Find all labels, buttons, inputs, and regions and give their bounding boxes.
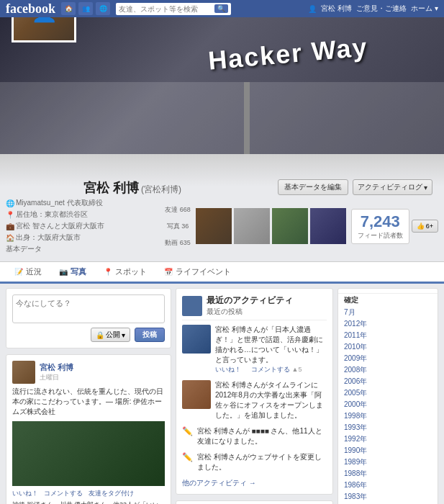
activity-box: 最近のアクティビティ 最近の投稿 宮松 利博さんが「日本人濃過ぎ！」と世界で話題… — [176, 288, 333, 495]
activity-pen-icon: ✏️ — [182, 426, 193, 436]
location-icon: 📍 — [6, 211, 14, 219]
activity-thumb-1[interactable] — [182, 325, 211, 354]
cover-overlay — [0, 82, 444, 154]
photos-icon: 📷 — [59, 268, 68, 276]
life-events-icon: 📅 — [164, 268, 173, 276]
activity-item-4: ✏️ 宮松 利博さんがウェブサイトを変更しました。 — [182, 452, 327, 472]
tab-recent[interactable]: 📝 近況 — [6, 262, 50, 284]
meta-location-text: 居住地：東京都渋谷区 — [16, 210, 88, 220]
user-avatar-small[interactable]: 👤 — [308, 5, 317, 13]
friend-post-avatar[interactable] — [12, 361, 35, 384]
meta-website-text: Miyamatsu_net 代表取締役 — [16, 198, 103, 208]
like-button[interactable]: 👍 6+ — [412, 220, 438, 233]
activity-header: 最近のアクティビティ 最近の投稿 — [182, 294, 327, 320]
feedback-link[interactable]: ご意見・ご連絡 — [356, 4, 407, 14]
basic-data-label: 基本データ — [6, 244, 42, 254]
comment-reaction-link[interactable]: コメントする — [44, 489, 83, 498]
meta-location[interactable]: 📍 居住地：東京都渋谷区 — [6, 210, 165, 220]
like-reaction-link[interactable]: いいね！ — [12, 489, 38, 498]
profile-info-row: 宮松 利博 (宮松利博) 基本データを編集 アクティビティログ ▾ — [0, 179, 444, 197]
activity-log-label: アクティビティログ — [358, 182, 422, 192]
photos-stat[interactable]: 写真 36 — [167, 222, 189, 231]
post-input[interactable] — [12, 294, 165, 323]
year-1986[interactable]: 1986年 — [338, 480, 438, 491]
nav-right-section: 👤 宮松 利博 ご意見・ご連絡 ホーム ▾ — [308, 4, 438, 14]
thumb-1[interactable] — [196, 208, 232, 244]
activity-thumb-2[interactable] — [182, 380, 211, 409]
friend-post-name[interactable]: 宮松 利博 — [40, 362, 73, 373]
profile-avatar-wrapper[interactable]: 👤 — [12, 17, 76, 42]
friends-stat[interactable]: 友達 668 — [165, 205, 191, 215]
dropdown-arrow: ▾ — [122, 331, 125, 339]
post-public-button[interactable]: 🔒 公開 ▾ — [91, 328, 130, 342]
year-1988[interactable]: 1988年 — [338, 468, 438, 480]
tag-reaction-link[interactable]: 友達をタグ付け — [89, 489, 134, 498]
cover-photo-area: Hacker Way 👤 — [0, 17, 444, 154]
year-2008[interactable]: 2008年 — [338, 364, 438, 376]
year-2009[interactable]: 2009年 — [338, 353, 438, 364]
meta-work-text: 宮松 智さんと大阪府大阪市 — [16, 221, 104, 231]
year-1993[interactable]: 1993年 — [338, 422, 438, 433]
username-nav[interactable]: 宮松 利博 — [321, 4, 352, 14]
meta-hometown-text: 出身：大阪府大阪市 — [16, 233, 81, 243]
year-2005[interactable]: 2005年 — [338, 387, 438, 399]
year-2006[interactable]: 2006年 — [338, 376, 438, 387]
more-activity: 他のアクティビティ → — [182, 478, 327, 488]
tab-recent-label: 近況 — [26, 266, 42, 277]
activity-pen-icon-2: ✏️ — [182, 452, 193, 462]
activity-titles: 最近のアクティビティ 最近の投稿 — [207, 294, 293, 317]
friends-box: 友達 すべて見る 友達68人 友達1 友達2 友達3 — [176, 500, 333, 504]
year-1992[interactable]: 1992年 — [338, 433, 438, 445]
activity-subtitle: 最近の投稿 — [207, 307, 293, 317]
year-1998[interactable]: 1998年 — [338, 410, 438, 422]
work-icon: 💼 — [6, 222, 14, 230]
meta-hometown[interactable]: 🏠 出身：大阪府大阪市 — [6, 233, 165, 243]
public-label: 公開 — [106, 330, 120, 340]
year-1990[interactable]: 1990年 — [338, 445, 438, 456]
year-1983[interactable]: 1983年 — [338, 491, 438, 503]
meta-website[interactable]: 🌐 Miyamatsu_net 代表取締役 — [6, 198, 165, 208]
globe-icon[interactable]: 🌐 — [96, 2, 110, 15]
friend-post-meta: 宮松 利博 土曜日 — [40, 362, 73, 382]
activity-text-4: 宮松 利博さんがウェブサイトを変更しました。 — [197, 452, 327, 472]
activity-text-3: 宮松 利博さんが ■■■■ さん、他11人と友達になりました。 — [197, 426, 327, 446]
home-link[interactable]: ホーム ▾ — [411, 4, 438, 14]
post-submit-button[interactable]: 投稿 — [135, 328, 165, 342]
more-activity-link[interactable]: 他のアクティビティ → — [182, 479, 256, 487]
meta-work[interactable]: 💼 宮松 智さんと大阪府大阪市 — [6, 221, 165, 231]
tab-life-events[interactable]: 📅 ライフイベント — [155, 262, 240, 284]
edit-profile-button[interactable]: 基本データを編集 — [278, 179, 348, 195]
activity-comment-1[interactable]: コメントする — [251, 366, 290, 373]
middle-column: 最近のアクティビティ 最近の投稿 宮松 利博さんが「日本人濃過ぎ！」と世界で話題… — [176, 288, 333, 504]
profile-name-block: 宮松 利博 (宮松利博) — [83, 179, 271, 197]
thumb-4[interactable] — [310, 208, 346, 244]
facebook-logo[interactable]: facebook — [6, 1, 55, 17]
activity-like-1[interactable]: いいね！ — [215, 366, 241, 373]
tab-photos[interactable]: 📷 写真 — [50, 262, 95, 284]
year-2000[interactable]: 2000年 — [338, 399, 438, 410]
search-input[interactable] — [119, 5, 214, 13]
year-7[interactable]: 7月 — [338, 307, 438, 318]
thumb-2[interactable] — [234, 208, 270, 244]
year-1989[interactable]: 1989年 — [338, 456, 438, 468]
recent-icon: 📝 — [14, 268, 23, 276]
home-icon[interactable]: 🏠 — [61, 2, 76, 15]
friend-post-photo[interactable] — [12, 421, 165, 486]
videos-stat[interactable]: 動画 635 — [165, 238, 191, 248]
meta-basic-data[interactable]: 基本データ — [6, 244, 165, 254]
feed-count-label: フィード読者数 — [358, 231, 403, 240]
feed-count-number: 7,243 — [358, 212, 403, 231]
thumb-3[interactable] — [272, 208, 308, 244]
friends-icon[interactable]: 👥 — [78, 2, 93, 15]
profile-name[interactable]: 宮松 利博 — [83, 181, 139, 195]
activity-comment-sep — [243, 366, 250, 373]
search-button[interactable]: 🔍 — [214, 4, 228, 13]
activity-log-button[interactable]: アクティビティログ ▾ — [353, 179, 432, 195]
hometown-icon: 🏠 — [6, 234, 14, 242]
tab-spots[interactable]: 📍 スポット — [95, 262, 155, 284]
activity-item-1: 宮松 利博さんが「日本人濃過ぎ！」と世界で話題、活弁慶劇に描かれる…について「い… — [182, 325, 327, 374]
year-2012[interactable]: 2012年 — [338, 318, 438, 330]
year-2011[interactable]: 2011年 — [338, 330, 438, 341]
activity-text-2: 宮松 利博さんがタイムラインに2012年8月の大学番な出来事「阿佐ヶ谷にオフィス… — [215, 380, 327, 420]
year-2010[interactable]: 2010年 — [338, 341, 438, 353]
